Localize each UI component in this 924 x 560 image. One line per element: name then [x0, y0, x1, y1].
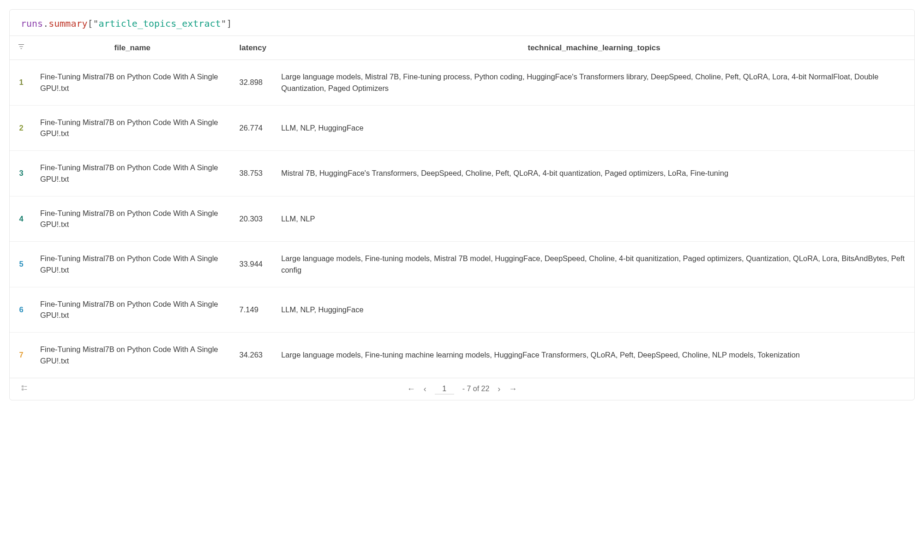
- table-header-row: file_name latency technical_machine_lear…: [10, 36, 914, 60]
- column-header-file-name[interactable]: file_name: [33, 36, 232, 60]
- table-row: 1Fine-Tuning Mistral7B on Python Code Wi…: [10, 60, 914, 106]
- cell-topics: Large language models, Fine-tuning model…: [274, 242, 914, 287]
- page-first-icon[interactable]: ←: [407, 384, 415, 394]
- code-expression: runs.summary["article_topics_extract"]: [10, 10, 914, 36]
- table-row: 3Fine-Tuning Mistral7B on Python Code Wi…: [10, 151, 914, 197]
- cell-latency: 20.303: [232, 196, 274, 242]
- cell-file-name: Fine-Tuning Mistral7B on Python Code Wit…: [33, 196, 232, 242]
- cell-latency: 7.149: [232, 287, 274, 333]
- page-range-text: - 7 of 22: [462, 385, 490, 393]
- column-header-topics[interactable]: technical_machine_learning_topics: [274, 36, 914, 60]
- cell-latency: 26.774: [232, 105, 274, 151]
- table-row: 7Fine-Tuning Mistral7B on Python Code Wi…: [10, 333, 914, 378]
- table-row: 5Fine-Tuning Mistral7B on Python Code Wi…: [10, 242, 914, 287]
- cell-latency: 38.753: [232, 151, 274, 197]
- table-row: 6Fine-Tuning Mistral7B on Python Code Wi…: [10, 287, 914, 333]
- cell-topics: Large language models, Mistral 7B, Fine-…: [274, 60, 914, 106]
- table-options-icon[interactable]: [21, 384, 28, 393]
- results-table: file_name latency technical_machine_lear…: [10, 36, 914, 378]
- code-token-key: article_topics_extract: [99, 18, 221, 29]
- code-token-dot: .: [43, 18, 48, 29]
- cell-topics: LLM, NLP, HuggingFace: [274, 105, 914, 151]
- code-token-close: "]: [221, 18, 232, 29]
- page-prev-icon[interactable]: ‹: [424, 384, 426, 394]
- cell-file-name: Fine-Tuning Mistral7B on Python Code Wit…: [33, 151, 232, 197]
- table-row: 4Fine-Tuning Mistral7B on Python Code Wi…: [10, 196, 914, 242]
- svg-rect-3: [22, 386, 24, 387]
- column-filter[interactable]: [10, 36, 33, 60]
- filter-icon: [17, 44, 25, 53]
- cell-topics: LLM, NLP, HuggingFace: [274, 287, 914, 333]
- row-number: 6: [10, 287, 33, 333]
- page-next-icon[interactable]: ›: [498, 384, 500, 394]
- cell-topics: Large language models, Fine-tuning machi…: [274, 333, 914, 378]
- row-number: 5: [10, 242, 33, 287]
- page-number-input[interactable]: [435, 384, 454, 394]
- cell-file-name: Fine-Tuning Mistral7B on Python Code Wit…: [33, 60, 232, 106]
- data-panel: runs.summary["article_topics_extract"] f…: [9, 9, 915, 400]
- cell-file-name: Fine-Tuning Mistral7B on Python Code Wit…: [33, 105, 232, 151]
- cell-topics: Mistral 7B, HuggingFace's Transformers, …: [274, 151, 914, 197]
- table-row: 2Fine-Tuning Mistral7B on Python Code Wi…: [10, 105, 914, 151]
- row-number: 4: [10, 196, 33, 242]
- column-header-latency[interactable]: latency: [232, 36, 274, 60]
- svg-rect-4: [22, 389, 24, 390]
- code-token-summary: summary: [48, 18, 87, 29]
- cell-latency: 34.263: [232, 333, 274, 378]
- row-number: 3: [10, 151, 33, 197]
- row-number: 7: [10, 333, 33, 378]
- code-token-open: [": [88, 18, 99, 29]
- pagination-bar: ← ‹ - 7 of 22 › →: [10, 378, 914, 400]
- cell-file-name: Fine-Tuning Mistral7B on Python Code Wit…: [33, 242, 232, 287]
- row-number: 1: [10, 60, 33, 106]
- row-number: 2: [10, 105, 33, 151]
- table-wrap: file_name latency technical_machine_lear…: [10, 36, 914, 378]
- page-last-icon[interactable]: →: [509, 384, 517, 394]
- cell-latency: 33.944: [232, 242, 274, 287]
- cell-file-name: Fine-Tuning Mistral7B on Python Code Wit…: [33, 287, 232, 333]
- code-token-runs: runs: [21, 18, 43, 29]
- cell-latency: 32.898: [232, 60, 274, 106]
- cell-file-name: Fine-Tuning Mistral7B on Python Code Wit…: [33, 333, 232, 378]
- cell-topics: LLM, NLP: [274, 196, 914, 242]
